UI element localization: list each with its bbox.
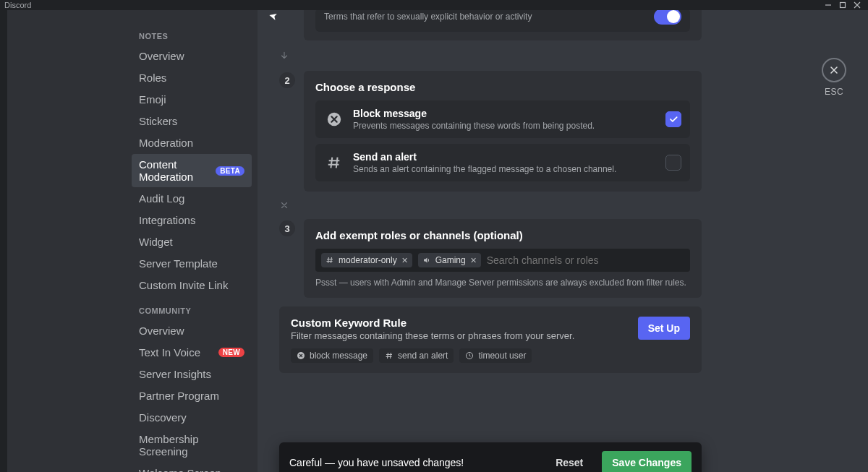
exempt-search-bar[interactable]: moderator-only ✕ Gaming ✕ xyxy=(315,249,690,272)
save-changes-button[interactable]: Save Changes xyxy=(602,451,692,472)
sidebar-item-community-overview[interactable]: Overview xyxy=(132,320,252,341)
window-maximize-button[interactable] xyxy=(836,0,849,10)
hash-icon xyxy=(324,153,344,173)
mouse-cursor-icon: ➤ xyxy=(267,10,278,22)
sidebar-item-widget[interactable]: Widget xyxy=(132,231,252,252)
exempt-search-input[interactable] xyxy=(487,254,684,266)
step-2-card: Choose a response Block message Prevents… xyxy=(304,71,702,192)
step-2-title: Choose a response xyxy=(315,81,690,93)
sidebar-item-stickers[interactable]: Stickers xyxy=(132,111,252,132)
content-column: Terms that refer to sexually explicit be… xyxy=(279,10,702,373)
option-checkbox[interactable] xyxy=(665,111,681,127)
sidebar-item-discovery[interactable]: Discovery xyxy=(132,407,252,428)
window-close-button[interactable] xyxy=(851,0,864,10)
sidebar-item-audit-log[interactable]: Audit Log xyxy=(132,188,252,209)
option-desc: Prevents messages containing these words… xyxy=(353,121,657,131)
window-controls xyxy=(822,0,864,10)
sidebar-item-overview[interactable]: Overview xyxy=(132,46,252,66)
window-titlebar: Discord xyxy=(0,0,868,10)
sidebar-item-roles[interactable]: Roles xyxy=(132,67,252,88)
keyword-rule-desc: Filter messages containing these terms o… xyxy=(291,330,626,341)
option-checkbox[interactable] xyxy=(665,155,681,171)
pill-send-alert: send an alert xyxy=(379,348,454,363)
option-text: Block message Prevents messages containi… xyxy=(353,108,657,131)
settings-sidebar: NOTES Overview Roles Emoji Stickers Mode… xyxy=(7,10,258,472)
sidebar-item-membership-screening[interactable]: Membership Screening xyxy=(132,429,252,462)
sidebar-item-partner-program[interactable]: Partner Program xyxy=(132,385,252,406)
unsaved-message: Careful — you have unsaved changes! xyxy=(289,457,537,468)
new-badge: NEW xyxy=(218,348,244,357)
keyword-rule-pills: block message send an alert xyxy=(291,348,626,363)
chip-remove-icon[interactable]: ✕ xyxy=(401,256,408,265)
flow-arrow-icon xyxy=(279,49,702,62)
filter-option-toggle[interactable] xyxy=(654,10,681,25)
hash-icon xyxy=(326,256,334,265)
step-number: 2 xyxy=(279,72,295,88)
sidebar-item-integrations[interactable]: Integrations xyxy=(132,210,252,231)
sidebar-section-heading: NOTES xyxy=(132,22,252,45)
app-name: Discord xyxy=(4,1,31,9)
option-title: Send an alert xyxy=(353,151,657,163)
custom-keyword-rule-card: Custom Keyword Rule Filter messages cont… xyxy=(279,306,702,373)
chip-remove-icon[interactable]: ✕ xyxy=(470,256,477,265)
pill-timeout-user: timeout user xyxy=(459,348,532,363)
close-button[interactable] xyxy=(822,58,846,82)
hash-icon xyxy=(385,351,393,360)
beta-badge: BETA xyxy=(216,166,244,176)
step-1-partial: Terms that refer to sexually explicit be… xyxy=(279,10,702,40)
pill-label: send an alert xyxy=(398,351,448,361)
close-label: ESC xyxy=(822,87,846,97)
keyword-rule-title: Custom Keyword Rule xyxy=(291,317,626,329)
option-text: Send an alert Sends an alert containing … xyxy=(353,151,657,174)
keyword-rule-info: Custom Keyword Rule Filter messages cont… xyxy=(291,317,626,363)
chip-label: moderator-only xyxy=(339,255,397,265)
app-body: NOTES Overview Roles Emoji Stickers Mode… xyxy=(0,10,868,472)
server-rail xyxy=(0,10,7,472)
setup-button[interactable]: Set Up xyxy=(638,317,690,340)
sidebar-item-content-moderation[interactable]: Content Moderation BETA xyxy=(132,154,252,187)
flow-close-icon xyxy=(279,200,702,210)
exempt-chip-moderator-only[interactable]: moderator-only ✕ xyxy=(321,253,412,267)
exempt-chip-gaming[interactable]: Gaming ✕ xyxy=(418,253,481,267)
step-3: 3 Add exempt roles or channels (optional… xyxy=(279,219,702,298)
sidebar-item-custom-invite-link[interactable]: Custom Invite Link xyxy=(132,275,252,296)
speaker-icon xyxy=(422,256,431,265)
sidebar-item-server-insights[interactable]: Server Insights xyxy=(132,364,252,385)
sidebar-item-moderation[interactable]: Moderation xyxy=(132,132,252,153)
clock-icon xyxy=(465,351,474,360)
response-option-block-message[interactable]: Block message Prevents messages containi… xyxy=(315,100,690,138)
exempt-hint: Pssst — users with Admin and Manage Serv… xyxy=(315,278,690,288)
block-icon xyxy=(297,351,305,360)
sidebar-item-text-in-voice[interactable]: Text In Voice NEW xyxy=(132,342,252,363)
step-1-card: Terms that refer to sexually explicit be… xyxy=(304,10,702,40)
block-icon xyxy=(324,109,344,129)
option-title: Block message xyxy=(353,108,657,119)
svg-rect-0 xyxy=(841,3,846,8)
option-desc: Sends an alert containing the flagged me… xyxy=(353,164,657,174)
pill-label: block message xyxy=(310,351,367,361)
step-3-title: Add exempt roles or channels (optional) xyxy=(315,229,690,241)
step-3-card: Add exempt roles or channels (optional) … xyxy=(304,219,702,298)
step-2: 2 Choose a response Block message Preven… xyxy=(279,71,702,192)
response-option-send-alert[interactable]: Send an alert Sends an alert containing … xyxy=(315,144,690,181)
reset-button[interactable]: Reset xyxy=(545,451,593,472)
filter-option-desc: Terms that refer to sexually explicit be… xyxy=(324,12,532,22)
chip-label: Gaming xyxy=(435,255,466,265)
settings-main: ➤ Terms that refer to sexually explicit … xyxy=(258,10,868,472)
step-number: 3 xyxy=(279,220,295,236)
filter-option-explicit[interactable]: Terms that refer to sexually explicit be… xyxy=(315,10,690,32)
pill-label: timeout user xyxy=(478,351,526,361)
sidebar-item-server-template[interactable]: Server Template xyxy=(132,253,252,274)
sidebar-item-emoji[interactable]: Emoji xyxy=(132,89,252,110)
close-settings: ESC xyxy=(822,58,846,97)
pill-block-message: block message xyxy=(291,348,373,363)
window-minimize-button[interactable] xyxy=(822,0,835,10)
sidebar-item-welcome-screen[interactable]: Welcome Screen xyxy=(132,463,252,472)
sidebar-section-heading: COMMUNITY xyxy=(132,296,252,319)
unsaved-changes-bar: Careful — you have unsaved changes! Rese… xyxy=(279,442,702,472)
